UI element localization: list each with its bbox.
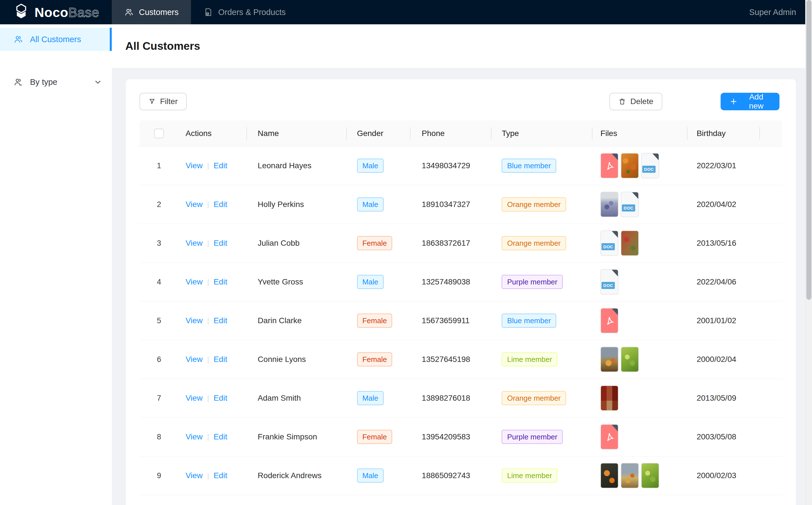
doc-file-icon[interactable]: DOC — [641, 153, 659, 178]
cell-gender: Male — [347, 147, 411, 185]
view-link[interactable]: View — [185, 161, 202, 170]
edit-link[interactable]: Edit — [214, 161, 227, 170]
table-row[interactable]: 4View|EditYvette GrossMale13257489038Pur… — [139, 263, 782, 301]
doc-file-icon[interactable]: DOC — [600, 269, 619, 295]
view-link[interactable]: View — [185, 432, 202, 442]
table-row[interactable]: 2View|EditHolly PerkinsMale18910347327Or… — [139, 185, 782, 224]
gender-badge: Male — [357, 469, 384, 483]
cell-gender: Male — [347, 456, 411, 495]
add-new-button-label: Add new — [742, 93, 771, 111]
tab-customers[interactable]: Customers — [112, 0, 191, 24]
header-cell-extra — [760, 121, 782, 146]
sidebar-item-by-type[interactable]: By type — [0, 71, 112, 93]
table-row[interactable]: 1View|EditLeonard HayesMale13498034729Bl… — [139, 147, 782, 185]
cell-extra — [760, 301, 782, 340]
edit-link[interactable]: Edit — [214, 200, 227, 209]
edit-link[interactable]: Edit — [214, 316, 227, 325]
view-link[interactable]: View — [185, 393, 202, 403]
cell-extra — [760, 224, 782, 263]
table-row[interactable]: 7View|EditAdam SmithMale13898276018Orang… — [139, 379, 782, 417]
doc-label: DOC — [642, 166, 656, 173]
cell-birthday: 2022/03/01 — [687, 147, 760, 185]
top-nav-tabs: Customers Orders & Products — [112, 0, 298, 24]
table-row[interactable]: 8View|EditFrankie SimpsonFemale139542095… — [139, 417, 782, 456]
gender-badge: Female — [357, 314, 392, 328]
edit-link[interactable]: Edit — [214, 432, 227, 442]
cell-type: Lime member — [492, 340, 592, 379]
view-link[interactable]: View — [185, 277, 202, 287]
cell-gender: Female — [347, 224, 411, 263]
filter-button[interactable]: Filter — [139, 93, 187, 110]
edit-link[interactable]: Edit — [214, 277, 227, 287]
row-index: 4 — [154, 278, 164, 287]
cell-index: 6 — [139, 340, 184, 379]
edit-link[interactable]: Edit — [214, 471, 227, 480]
row-index: 9 — [154, 471, 164, 480]
view-link[interactable]: View — [185, 316, 202, 325]
chevron-down-icon[interactable] — [94, 78, 102, 86]
view-link[interactable]: View — [185, 239, 202, 248]
cell-files — [592, 379, 687, 417]
edit-link[interactable]: Edit — [214, 393, 227, 403]
cell-name: Frankie Simpson — [247, 417, 347, 456]
app-root: NocoBase Customers Orders & Produc — [0, 0, 812, 505]
view-link[interactable]: View — [185, 355, 202, 364]
image-file-thumbnail[interactable] — [621, 463, 639, 488]
cell-extra — [760, 340, 782, 379]
table-row[interactable]: 5View|EditDarin ClarkeFemale15673659911B… — [139, 301, 782, 340]
image-file-thumbnail[interactable] — [600, 347, 619, 372]
pdf-file-icon[interactable] — [600, 424, 619, 450]
view-link[interactable]: View — [185, 471, 202, 480]
member-type-badge: Purple member — [502, 430, 563, 444]
action-divider: | — [207, 355, 209, 364]
pdf-file-icon[interactable] — [600, 308, 619, 333]
delete-button[interactable]: Delete — [610, 93, 662, 110]
vertical-scrollbar[interactable] — [805, 0, 812, 505]
brand-name: NocoBase — [34, 5, 99, 20]
add-new-button[interactable]: Add new — [721, 93, 780, 110]
cell-type: Orange member — [492, 224, 592, 263]
cell-actions: View|Edit — [184, 224, 247, 263]
brand-logo[interactable]: NocoBase — [0, 0, 112, 24]
cell-actions: View|Edit — [184, 417, 247, 456]
pdf-file-icon[interactable] — [600, 153, 619, 178]
image-file-thumbnail[interactable] — [600, 192, 619, 217]
action-divider: | — [207, 200, 209, 209]
gender-badge: Male — [357, 391, 384, 405]
row-index: 7 — [154, 394, 164, 403]
view-link[interactable]: View — [185, 200, 202, 209]
cell-extra — [760, 263, 782, 301]
image-file-thumbnail[interactable] — [600, 463, 619, 488]
doc-file-icon[interactable]: DOC — [621, 192, 639, 217]
image-file-thumbnail[interactable] — [621, 347, 639, 372]
image-file-thumbnail[interactable] — [621, 230, 639, 256]
sidebar: All Customers By type — [0, 24, 112, 505]
delete-button-label: Delete — [630, 97, 653, 106]
scrollbar-thumb[interactable] — [806, 0, 811, 300]
table-row[interactable]: 9View|EditRoderick AndrewsMale1886509274… — [139, 456, 782, 495]
tab-customers-label: Customers — [139, 8, 178, 17]
table-row[interactable]: 6View|EditConnie LyonsFemale13527645198L… — [139, 340, 782, 379]
action-divider: | — [207, 394, 209, 403]
edit-link[interactable]: Edit — [214, 239, 227, 248]
edit-link[interactable]: Edit — [214, 355, 227, 364]
page-header: All Customers — [112, 24, 812, 68]
image-file-thumbnail[interactable] — [621, 153, 639, 178]
image-file-thumbnail[interactable] — [641, 463, 659, 488]
tab-orders-products[interactable]: Orders & Products — [191, 0, 298, 24]
sidebar-item-all-customers[interactable]: All Customers — [0, 28, 112, 51]
current-user-label[interactable]: Super Admin — [749, 8, 796, 17]
cell-extra — [760, 185, 782, 224]
table-row[interactable]: 3View|EditJulian CobbFemale18638372617Or… — [139, 224, 782, 263]
cell-index: 3 — [139, 224, 184, 263]
tab-orders-products-label: Orders & Products — [218, 8, 286, 17]
brand-name-light: Base — [69, 5, 99, 20]
select-all-checkbox[interactable] — [154, 129, 164, 138]
customers-table-card: Filter Delete Add new — [126, 79, 796, 505]
image-file-thumbnail[interactable] — [600, 385, 619, 411]
doc-file-icon[interactable]: DOC — [600, 230, 619, 256]
header-cell-name: Name — [247, 121, 347, 146]
member-type-badge: Orange member — [502, 236, 566, 250]
action-divider: | — [207, 316, 209, 325]
cell-phone: 13954209583 — [411, 417, 492, 456]
